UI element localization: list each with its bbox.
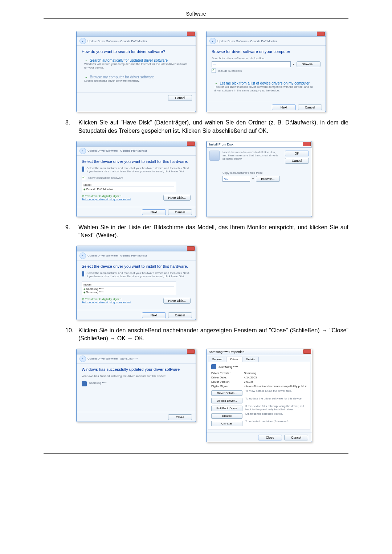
- k-signer: Digital Signer:: [211, 385, 244, 388]
- arrow-icon: →: [84, 59, 87, 62]
- cancel-button[interactable]: Cancel: [168, 209, 192, 215]
- v-signer: microsoft windows hardware compatibility…: [244, 385, 306, 388]
- close-icon[interactable]: [303, 142, 311, 146]
- tab-general[interactable]: General: [208, 357, 226, 362]
- rollback-desc: If the device fails after updating the d…: [245, 405, 307, 411]
- next-button[interactable]: Next: [272, 104, 296, 110]
- breadcrumb-text: Update Driver Software - Generic PnP Mon…: [87, 149, 147, 152]
- dlg-subtext: Select the manufacturer and model of you…: [86, 271, 191, 278]
- dropdown-icon[interactable]: ▾: [293, 63, 294, 66]
- cancel-button[interactable]: Cancel: [284, 435, 308, 440]
- back-icon[interactable]: ‹: [209, 38, 216, 44]
- show-compatible-checkbox[interactable]: [82, 176, 86, 180]
- dlg-update-how: ‹ Update Driver Software - Generic PnP M…: [76, 31, 196, 112]
- v-version: 2.0.0.0: [244, 380, 253, 383]
- dlg-subtext: Windows has finished installing the driv…: [82, 374, 191, 378]
- disable-desc: Disables the selected device.: [245, 412, 307, 415]
- why-link[interactable]: Tell me why driver signing is important: [82, 198, 131, 201]
- device-name: Samsung ****: [219, 365, 238, 369]
- step-number: 9.: [65, 223, 78, 240]
- have-disk-button[interactable]: Have Disk...: [163, 298, 191, 304]
- back-icon[interactable]: ‹: [79, 38, 86, 44]
- dlg-browse-loc: ‹ Update Driver Software - Generic PnP M…: [206, 31, 326, 112]
- back-icon[interactable]: ‹: [79, 253, 86, 259]
- ok-button[interactable]: OK: [285, 151, 309, 156]
- opt-search-auto[interactable]: → Search automatically for updated drive…: [82, 57, 191, 71]
- k-date: Driver Date:: [211, 376, 244, 379]
- why-link[interactable]: Tell me why driver signing is important: [82, 301, 131, 304]
- breadcrumb: ‹ Update Driver Software - Generic PnP M…: [207, 37, 326, 46]
- step-text: Klicken Sie in den anschießend nacheinan…: [78, 327, 348, 343]
- rollback-button[interactable]: Roll Back Driver: [211, 406, 242, 411]
- signed-text: This driver is digitally signed.: [85, 194, 122, 198]
- monitor-icon: [82, 381, 87, 386]
- dlg-heading: Browse for driver software on your compu…: [212, 49, 320, 54]
- close-button[interactable]: Close: [258, 435, 282, 440]
- opt-pick-from-list[interactable]: → Let me pick from a list of device driv…: [212, 79, 320, 94]
- include-subfolders-checkbox[interactable]: [212, 69, 216, 73]
- list-header: Model: [83, 183, 174, 187]
- cancel-button[interactable]: Cancel: [168, 95, 192, 101]
- dlg-title: Samsung **** Properties: [209, 350, 244, 354]
- drive-input[interactable]: A:\: [222, 176, 250, 182]
- close-icon[interactable]: [187, 246, 195, 251]
- next-button[interactable]: Next: [142, 312, 166, 318]
- browse-button[interactable]: Browse...: [256, 176, 280, 182]
- close-button[interactable]: Close: [168, 414, 192, 420]
- list-item[interactable]: Samsung ****: [83, 287, 174, 291]
- disable-button[interactable]: Disable: [211, 413, 242, 419]
- dlg-update-success: ‹ Update Driver Software - Samsung **** …: [76, 349, 196, 422]
- close-icon[interactable]: [317, 32, 325, 36]
- path-input[interactable]: —: [212, 61, 291, 67]
- list-header: Model: [83, 283, 174, 287]
- dropdown-icon[interactable]: ▾: [252, 177, 254, 180]
- cancel-button[interactable]: Cancel: [285, 158, 309, 164]
- dlg-heading: Windows has successfully updated your dr…: [82, 367, 191, 372]
- back-icon[interactable]: ‹: [79, 356, 86, 362]
- titlebar: [77, 141, 196, 147]
- opt-title: Search automatically for updated driver …: [90, 58, 168, 62]
- breadcrumb-text: Update Driver Software - Samsung ****: [87, 357, 138, 360]
- close-icon[interactable]: [187, 141, 195, 146]
- list-item[interactable]: Generic PnP Monitor: [83, 188, 174, 191]
- cancel-button[interactable]: Cancel: [298, 104, 322, 110]
- step-number: 10.: [65, 327, 78, 343]
- step-number: 8.: [65, 119, 78, 135]
- dlg-message: Insert the manufacturer's installation d…: [222, 151, 280, 160]
- step-text: Klicken Sie auf "Have Disk" (Datenträger…: [78, 119, 348, 135]
- opt-title: Let me pick from a list of device driver…: [220, 81, 310, 85]
- checkbox-label: Show compatible hardware: [88, 176, 123, 180]
- dlg-select-driver-samsung: ‹ Update Driver Software - Generic PnP M…: [76, 246, 196, 320]
- checkbox-label: Include subfolders: [218, 69, 242, 73]
- titlebar: Samsung **** Properties: [207, 349, 312, 355]
- v-provider: Samsung: [244, 372, 256, 375]
- update-driver-button[interactable]: Update Driver...: [211, 398, 242, 403]
- uninstall-button[interactable]: Uninstall: [211, 421, 242, 426]
- model-list[interactable]: Model Samsung **** Samsung ****: [82, 282, 176, 295]
- titlebar: [77, 349, 196, 354]
- tab-driver[interactable]: Driver: [226, 357, 242, 362]
- cancel-button[interactable]: Cancel: [168, 312, 192, 318]
- model-list[interactable]: Model Generic PnP Monitor: [82, 182, 176, 192]
- driver-details-desc: To view details about the driver files.: [245, 389, 307, 393]
- have-disk-button[interactable]: Have Disk...: [163, 195, 191, 201]
- browse-button[interactable]: Browse...: [297, 61, 320, 67]
- breadcrumb: ‹ Update Driver Software - Generic PnP M…: [77, 251, 196, 260]
- close-icon[interactable]: [187, 32, 195, 36]
- arrow-icon: →: [84, 75, 87, 79]
- v-date: 4/14/2005: [244, 376, 257, 379]
- close-icon[interactable]: [187, 349, 195, 354]
- list-item[interactable]: Samsung ****: [83, 291, 174, 294]
- update-driver-desc: To update the driver software for this d…: [245, 397, 307, 400]
- back-icon[interactable]: ‹: [79, 148, 86, 154]
- driver-details-button[interactable]: Driver Details...: [211, 390, 242, 396]
- tab-details[interactable]: Details: [242, 357, 259, 362]
- dlg-heading: Select the device driver you want to ins…: [82, 264, 191, 268]
- titlebar: [77, 246, 196, 251]
- breadcrumb-text: Update Driver Software - Generic PnP Mon…: [87, 40, 147, 43]
- signed-text: This driver is digitally signed.: [85, 297, 122, 301]
- close-icon[interactable]: [303, 349, 311, 354]
- next-button[interactable]: Next: [142, 209, 166, 215]
- opt-browse-computer[interactable]: → Browse my computer for driver software…: [82, 73, 191, 85]
- breadcrumb: ‹ Update Driver Software - Generic PnP M…: [77, 147, 196, 156]
